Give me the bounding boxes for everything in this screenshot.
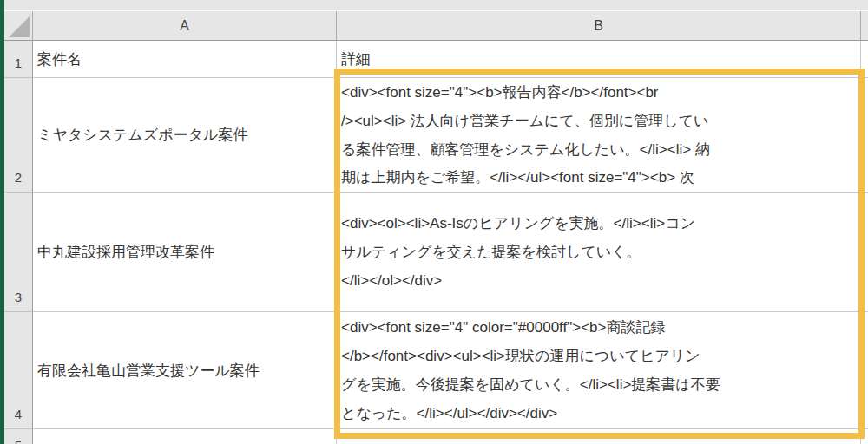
cell-text-line: <div><font size="4" color="#0000ff"><b>商… — [341, 313, 860, 342]
cell-C1-sliver[interactable] — [861, 41, 868, 78]
column-header-label: B — [594, 18, 603, 34]
row-4: 4 有限会社亀山営業支援ツール案件 <div><font size="4" co… — [4, 312, 868, 429]
cell-A1[interactable]: 案件名 — [33, 41, 337, 78]
row-5: 5 — [4, 429, 868, 444]
row-number-label: 4 — [15, 407, 22, 421]
cell-text: ミヤタシステムズポータル案件 — [37, 125, 247, 145]
cell-C4-sliver[interactable] — [861, 312, 868, 429]
cell-text-line: となった。</li></ul></div></div> — [341, 399, 860, 428]
row-2: 2 ミヤタシステムズポータル案件 <div><font size="4"><b>… — [4, 78, 868, 193]
cell-B2[interactable]: <div><font size="4"><b>報告内容</b></font><b… — [337, 78, 861, 193]
column-header-b[interactable]: B — [337, 11, 861, 41]
cell-text-line: <div><ol><li>As-Isのヒアリングを実施。</li><li>コン — [341, 209, 860, 238]
select-all-button[interactable] — [4, 11, 33, 41]
cell-text: 詳細 — [341, 45, 860, 74]
column-headers-row: A B — [4, 11, 868, 41]
cell-B1[interactable]: 詳細 — [337, 41, 861, 78]
row-3: 3 中丸建設採用管理改革案件 <div><ol><li>As-Isのヒアリングを… — [4, 193, 868, 312]
cell-C5-sliver[interactable] — [861, 429, 868, 444]
row-1: 1 案件名 詳細 — [4, 41, 868, 78]
row-number-label: 1 — [15, 56, 22, 70]
cell-B5[interactable] — [337, 429, 861, 444]
cell-A4[interactable]: 有限会社亀山営業支援ツール案件 — [33, 312, 337, 429]
column-header-c-sliver[interactable] — [861, 11, 868, 41]
column-header-a[interactable]: A — [33, 11, 337, 41]
row-number-label: 5 — [15, 438, 22, 444]
cell-text: 有限会社亀山営業支援ツール案件 — [37, 361, 260, 381]
cell-A2[interactable]: ミヤタシステムズポータル案件 — [33, 78, 337, 193]
cell-text: 案件名 — [37, 49, 82, 69]
select-all-triangle-icon — [9, 16, 30, 37]
cell-text-line: 期は上期内をご希望。</li></ul><font size="4"><b> 次 — [341, 163, 860, 192]
cell-C2-sliver[interactable] — [861, 78, 868, 193]
excel-window: A B 1 案件名 詳細 2 ミヤタシステムズポータル案件 — [0, 0, 868, 444]
row-header-2[interactable]: 2 — [4, 78, 33, 193]
row-number-label: 3 — [15, 290, 22, 304]
cell-text-line: </b></font><div><ul><li>現状の運用についてヒアリン — [341, 342, 860, 370]
cell-B3[interactable]: <div><ol><li>As-Isのヒアリングを実施。</li><li>コン … — [337, 193, 861, 312]
row-header-1[interactable]: 1 — [4, 41, 33, 78]
formula-bar-gap — [4, 0, 868, 11]
cell-text-line: </li></ol></div> — [341, 266, 860, 295]
sheet-grid: 1 案件名 詳細 2 ミヤタシステムズポータル案件 <div><font siz… — [4, 41, 868, 444]
cell-text-line: サルティングを交えた提案を検討していく。 — [341, 238, 860, 266]
cell-text: 中丸建設採用管理改革案件 — [37, 242, 214, 262]
column-header-label: A — [180, 18, 189, 34]
row-header-5[interactable]: 5 — [4, 429, 33, 444]
cell-text-line: <div><font size="4"><b>報告内容</b></font><b… — [341, 78, 860, 107]
cell-C3-sliver[interactable] — [861, 193, 868, 312]
cell-A3[interactable]: 中丸建設採用管理改革案件 — [33, 193, 337, 312]
cell-text-line: グを実施。今後提案を固めていく。</li><li>提案書は不要 — [341, 370, 860, 399]
cell-text-line: /><ul><li> 法人向け営業チームにて、個別に管理してい — [341, 107, 860, 135]
row-number-label: 2 — [15, 170, 22, 185]
row-header-3[interactable]: 3 — [4, 193, 33, 312]
cell-text-line: る案件管理、顧客管理をシステム化したい。</li><li> 納 — [341, 135, 860, 164]
cell-B4[interactable]: <div><font size="4" color="#0000ff"><b>商… — [337, 312, 861, 429]
cell-A5[interactable] — [33, 429, 337, 444]
row-header-4[interactable]: 4 — [4, 312, 33, 429]
